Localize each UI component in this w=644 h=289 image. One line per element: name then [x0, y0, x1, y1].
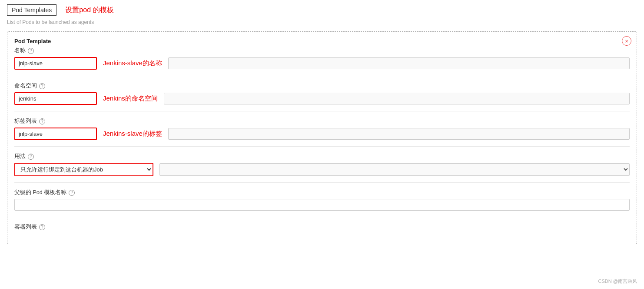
name-field-group: 名称 ? Jenkins-slave的名称 — [14, 47, 630, 76]
parent-template-help-icon[interactable]: ? — [69, 190, 75, 196]
parent-template-field-group: 父级的 Pod 模板名称 ? — [14, 189, 630, 217]
close-button[interactable]: × — [622, 36, 631, 46]
labels-field-group: 标签列表 ? Jenkins-slave的标签 — [14, 118, 630, 147]
usage-row: 只允许运行绑定到这台机器的Job 尽量使用这台机器 — [14, 163, 630, 176]
usage-help-icon[interactable]: ? — [28, 154, 34, 160]
usage-select-full[interactable] — [159, 163, 630, 176]
name-label: 名称 ? — [14, 47, 630, 54]
page-title: Pod Templates — [7, 4, 56, 16]
parent-template-input[interactable] — [14, 199, 630, 211]
pod-template-container: × Pod Template 名称 ? Jenkins-slave的名称 命名空… — [7, 31, 637, 244]
namespace-help-icon[interactable]: ? — [39, 83, 45, 89]
containers-field-group: 容器列表 ? — [14, 223, 630, 231]
labels-field-row: Jenkins-slave的标签 — [14, 128, 630, 140]
section-header: Pod Template — [14, 38, 630, 44]
labels-input[interactable] — [14, 128, 97, 140]
name-annotation: Jenkins-slave的名称 — [103, 59, 162, 67]
usage-label: 用法 ? — [14, 153, 630, 160]
namespace-annotation: Jenkins的命名空间 — [103, 94, 158, 103]
namespace-input-full[interactable] — [164, 93, 630, 104]
parent-template-label: 父级的 Pod 模板名称 ? — [14, 189, 630, 196]
header-annotation: 设置pod 的模板 — [65, 6, 113, 15]
labels-input-full[interactable] — [168, 128, 630, 140]
labels-help-icon[interactable]: ? — [39, 118, 45, 124]
name-help-icon[interactable]: ? — [28, 48, 34, 54]
name-input[interactable] — [14, 57, 97, 70]
name-field-row: Jenkins-slave的名称 — [14, 57, 630, 70]
namespace-field-row: Jenkins的命名空间 — [14, 92, 630, 105]
namespace-field-group: 命名空间 ? Jenkins的命名空间 — [14, 82, 630, 111]
name-input-full[interactable] — [168, 57, 630, 69]
namespace-input[interactable] — [14, 92, 97, 105]
namespace-label: 命名空间 ? — [14, 82, 630, 90]
usage-field-group: 用法 ? 只允许运行绑定到这台机器的Job 尽量使用这台机器 — [14, 153, 630, 183]
usage-select[interactable]: 只允许运行绑定到这台机器的Job 尽量使用这台机器 — [14, 163, 153, 176]
page-title-section: Pod Templates 设置pod 的模板 — [7, 4, 637, 16]
labels-label: 标签列表 ? — [14, 118, 630, 125]
page-subtitle: List of Pods to be launched as agents — [7, 19, 637, 25]
containers-label: 容器列表 ? — [14, 223, 630, 231]
labels-annotation: Jenkins-slave的标签 — [103, 130, 162, 138]
containers-help-icon[interactable]: ? — [39, 224, 45, 230]
